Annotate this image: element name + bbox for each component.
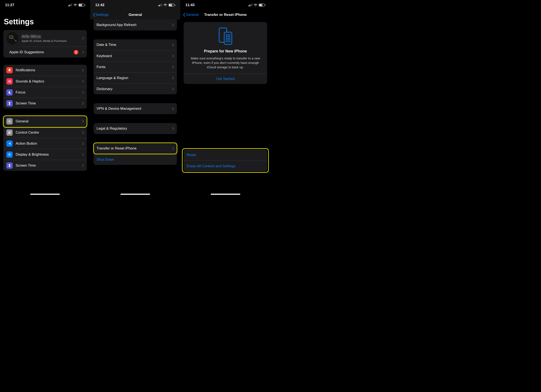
page-title: Settings bbox=[0, 10, 90, 30]
switches-icon bbox=[6, 129, 13, 136]
wifi-icon bbox=[73, 4, 77, 6]
svg-rect-27 bbox=[228, 38, 229, 39]
row-label: Erase All Content and Settings bbox=[187, 164, 264, 168]
row-label: Dictionary bbox=[97, 87, 170, 91]
svg-rect-25 bbox=[229, 36, 230, 37]
settings-row-notifications[interactable]: Notifications bbox=[3, 65, 87, 76]
row-label: Background App Refresh bbox=[97, 23, 170, 27]
row-language-region[interactable]: Language & Region bbox=[94, 72, 177, 83]
home-indicator[interactable] bbox=[211, 194, 240, 195]
row-label: Screen Time bbox=[16, 163, 79, 168]
nav-title: General bbox=[90, 13, 181, 17]
card-heading: Prepare for New iPhone bbox=[187, 49, 263, 53]
status-indicators: 74 bbox=[68, 4, 85, 6]
settings-row-control-centre[interactable]: Control Centre bbox=[3, 127, 87, 138]
settings-row-screen-time[interactable]: Screen Time bbox=[3, 98, 87, 109]
chevron-right-icon bbox=[172, 88, 174, 90]
status-time: 11:27 bbox=[5, 3, 14, 7]
row-label: Transfer or Reset iPhone bbox=[97, 146, 170, 151]
row-shut-down[interactable]: Shut Down bbox=[94, 154, 177, 165]
svg-rect-28 bbox=[229, 38, 230, 39]
status-indicators: 73 bbox=[249, 4, 265, 6]
row-label: Shut Down bbox=[97, 157, 174, 162]
svg-point-9 bbox=[9, 154, 10, 155]
status-bar: 11:42 73 bbox=[90, 0, 181, 10]
profile-row[interactable]: Arfa Mirza Apple ID, iCloud, Media & Pur… bbox=[3, 30, 87, 47]
settings-screen: 11:27 74 Settings Arfa Mirza bbox=[0, 0, 90, 196]
row-label: Screen Time bbox=[16, 101, 79, 105]
gear-icon bbox=[6, 118, 13, 125]
chevron-right-icon bbox=[172, 23, 174, 26]
row-label: Sounds & Haptics bbox=[16, 79, 79, 84]
settings-group-2: GeneralControl CentreAction ButtonDispla… bbox=[3, 116, 87, 171]
row-dictionary[interactable]: Dictionary bbox=[94, 83, 177, 94]
svg-line-15 bbox=[10, 155, 11, 156]
chevron-right-icon bbox=[172, 43, 174, 46]
cellular-icon bbox=[158, 4, 162, 6]
home-indicator[interactable] bbox=[120, 194, 150, 195]
svg-rect-31 bbox=[229, 39, 230, 40]
row-fonts[interactable]: Fonts bbox=[94, 61, 177, 72]
svg-point-8 bbox=[10, 133, 10, 133]
row-vpn-device-management[interactable]: VPN & Device Management bbox=[94, 103, 177, 114]
cellular-icon bbox=[68, 4, 72, 6]
status-indicators: 73 bbox=[158, 4, 175, 6]
reset-actions-group: ResetErase All Content and Settings bbox=[184, 150, 267, 172]
row-date-time[interactable]: Date & Time bbox=[94, 39, 177, 50]
row-label: Action Button bbox=[16, 141, 79, 146]
svg-line-2 bbox=[11, 37, 16, 41]
status-time: 11:43 bbox=[185, 3, 194, 7]
row-label: Display & Brightness bbox=[16, 152, 79, 157]
chevron-right-icon bbox=[82, 120, 84, 123]
status-bar: 11:43 73 bbox=[180, 0, 270, 10]
battery-indicator: 73 bbox=[168, 4, 175, 6]
settings-row-action-button[interactable]: Action Button bbox=[3, 138, 87, 149]
row-label: Reset bbox=[187, 153, 264, 157]
chevron-right-icon bbox=[172, 147, 174, 150]
apple-id-suggestions-row[interactable]: Apple ID Suggestions 2 bbox=[21, 47, 87, 57]
svg-point-3 bbox=[16, 41, 16, 41]
row-label: Apple ID Suggestions bbox=[6, 50, 71, 54]
settings-row-display-brightness[interactable]: Display & Brightness bbox=[3, 149, 87, 160]
settings-row-sounds-haptics[interactable]: Sounds & Haptics bbox=[3, 76, 87, 87]
row-erase-all-content-and-settings[interactable]: Erase All Content and Settings bbox=[184, 161, 267, 172]
chevron-right-icon bbox=[82, 164, 84, 167]
row-transfer-or-reset-iphone[interactable]: Transfer or Reset iPhone bbox=[94, 143, 177, 154]
svg-rect-34 bbox=[229, 41, 230, 42]
chevron-right-icon bbox=[82, 80, 84, 83]
home-indicator[interactable] bbox=[30, 194, 60, 195]
brightness-icon bbox=[6, 152, 13, 158]
row-label: Fonts bbox=[97, 65, 170, 69]
chevron-right-icon bbox=[82, 37, 84, 40]
profile-subtitle: Apple ID, iCloud, Media & Purchases bbox=[21, 39, 79, 42]
settings-row-screen-time[interactable]: Screen Time bbox=[3, 160, 87, 171]
chevron-right-icon bbox=[172, 66, 174, 68]
nav-bar: General Transfer or Reset iPhone bbox=[180, 10, 270, 20]
svg-line-17 bbox=[8, 155, 9, 156]
settings-row-general[interactable]: General bbox=[3, 116, 87, 127]
svg-rect-20 bbox=[226, 34, 227, 35]
row-label: Focus bbox=[16, 90, 79, 94]
settings-row-focus[interactable]: Focus bbox=[3, 87, 87, 98]
avatar bbox=[6, 32, 19, 44]
settings-group-1: NotificationsSounds & HapticsFocusScreen… bbox=[3, 65, 87, 109]
general-screen: 11:42 73 Settings General Background App… bbox=[90, 0, 181, 196]
row-label: Legal & Regulatory bbox=[97, 126, 170, 131]
chevron-right-icon bbox=[82, 51, 84, 54]
row-keyboard[interactable]: Keyboard bbox=[94, 50, 177, 61]
chevron-right-icon bbox=[172, 55, 174, 57]
status-time: 11:42 bbox=[95, 3, 104, 7]
row-reset[interactable]: Reset bbox=[184, 150, 267, 161]
svg-rect-26 bbox=[226, 38, 227, 39]
svg-line-14 bbox=[8, 153, 9, 154]
svg-rect-32 bbox=[226, 41, 227, 42]
general-group-3: Legal & Regulatory bbox=[94, 123, 177, 134]
row-label: Control Centre bbox=[16, 131, 79, 135]
get-started-button[interactable]: Get Started bbox=[184, 73, 267, 84]
chevron-right-icon bbox=[82, 69, 84, 72]
general-group-1: Date & TimeKeyboardFontsLanguage & Regio… bbox=[94, 39, 177, 94]
row-background-app-refresh[interactable]: Background App Refresh bbox=[94, 20, 177, 31]
row-legal-regulatory[interactable]: Legal & Regulatory bbox=[94, 123, 177, 134]
status-bar: 11:27 74 bbox=[0, 0, 90, 10]
transfer-reset-screen: 11:43 73 General Transfer or Reset iPhon… bbox=[180, 0, 270, 196]
